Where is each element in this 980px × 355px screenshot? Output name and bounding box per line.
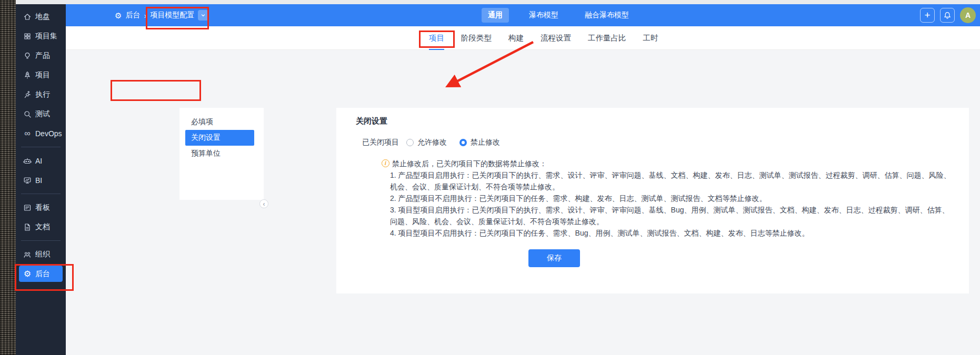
chevron-left-icon: ‹ — [263, 200, 265, 208]
close-settings-panel: 关闭设置 已关闭项目 允许修改 禁止修改 i 禁止修改后，已关闭项目下的数据将禁… — [336, 108, 969, 293]
top-navbar: ⚙ 后台 › 项目模型配置 通用 瀑布模型 融合瀑布模型 + A — [66, 4, 980, 26]
info-icon: i — [382, 159, 389, 167]
people-icon — [23, 250, 32, 259]
radio-forbid-edit[interactable]: 禁止修改 — [459, 138, 500, 147]
home-icon — [23, 13, 32, 21]
sidebar-item-bi[interactable]: BI — [16, 170, 66, 190]
notice-item: 1. 产品型项目启用执行：已关闭项目下的执行、需求、设计、评审、评审问题、基线、… — [382, 169, 955, 192]
content-area: 必填项 关闭设置 预算单位 ‹ 关闭设置 已关闭项目 允许修改 禁止修改 i — [66, 50, 980, 355]
kanban-icon — [23, 204, 32, 212]
sidebar-item-execution[interactable]: 执行 — [16, 85, 66, 104]
run-icon — [23, 90, 32, 99]
app-root: 地盘 项目集 产品 项目 执行 测试 ∞ DevOps AI — [0, 0, 980, 355]
notice-item: 4. 项目型项目不启用执行：已关闭项目下的任务、需求、Bug、用例、测试单、测试… — [382, 227, 955, 239]
submenu-item-close-settings[interactable]: 关闭设置 — [185, 130, 254, 146]
tab-stage-type[interactable]: 阶段类型 — [461, 26, 492, 50]
sidebar-item-label: 后台 — [35, 269, 50, 279]
add-button[interactable]: + — [920, 8, 935, 23]
secondary-tab-bar: 项目 阶段类型 构建 流程设置 工作量占比 工时 — [66, 26, 980, 50]
sidebar-divider — [21, 240, 61, 241]
sidebar-item-admin[interactable]: ⚙ 后台 — [19, 266, 63, 282]
notice-intro: 禁止修改后，已关闭项目下的数据将禁止修改： — [382, 158, 955, 169]
sidebar-item-ai[interactable]: AI — [16, 151, 66, 170]
sidebar-item-organization[interactable]: 组织 — [16, 245, 66, 264]
tab-build[interactable]: 构建 — [508, 26, 524, 50]
collapse-sidebar-button[interactable]: ‹ — [259, 199, 268, 208]
tab-flow-settings[interactable]: 流程设置 — [541, 26, 571, 50]
sidebar-item-label: 项目集 — [35, 32, 57, 41]
topbar-actions: + A — [920, 4, 976, 26]
window-top-strip — [16, 0, 980, 4]
sidebar-item-label: 产品 — [35, 51, 50, 60]
sidebar-divider — [21, 147, 61, 147]
sidebar-item-label: 执行 — [35, 90, 50, 99]
avatar[interactable]: A — [960, 7, 976, 23]
submenu-item-required-fields[interactable]: 必填项 — [179, 114, 264, 130]
closed-project-field: 已关闭项目 允许修改 禁止修改 — [362, 138, 948, 147]
desktop-wallpaper — [0, 0, 16, 355]
sidebar-item-product[interactable]: 产品 — [16, 46, 66, 65]
robot-icon — [23, 157, 32, 165]
secondary-tabs: 项目 阶段类型 构建 流程设置 工作量占比 工时 — [429, 26, 658, 50]
radio-label: 允许修改 — [417, 138, 447, 147]
notice-block: i 禁止修改后，已关闭项目下的数据将禁止修改： 1. 产品型项目启用执行：已关闭… — [382, 158, 955, 239]
notice-item: 3. 项目型项目启用执行：已关闭项目下的执行、需求、设计、评审、评审问题、基线、… — [382, 204, 955, 227]
save-button[interactable]: 保存 — [528, 249, 580, 267]
grid-icon — [23, 32, 32, 40]
bulb-icon — [23, 52, 32, 60]
document-icon — [23, 223, 32, 231]
sidebar-item-label: 看板 — [35, 203, 50, 212]
radio-selected-icon — [459, 139, 467, 146]
sidebar-item-label: 组织 — [35, 250, 50, 259]
tab-hybrid-waterfall[interactable]: 融合瀑布模型 — [578, 8, 635, 23]
chart-board-icon — [23, 176, 32, 185]
breadcrumb-current[interactable]: 项目模型配置 — [150, 11, 194, 20]
sidebar-item-test[interactable]: 测试 — [16, 104, 66, 124]
plus-icon: + — [924, 10, 930, 20]
sidebar-item-kanban[interactable]: 看板 — [16, 198, 66, 217]
sidebar-item-label: AI — [35, 157, 42, 165]
sidebar-item-label: 项目 — [35, 70, 50, 80]
rocket-icon — [23, 71, 32, 79]
sidebar-item-label: 地盘 — [35, 12, 50, 22]
panel-heading: 关闭设置 — [356, 116, 948, 126]
tab-waterfall[interactable]: 瀑布模型 — [523, 8, 565, 23]
sidebar: 地盘 项目集 产品 项目 执行 测试 ∞ DevOps AI — [16, 4, 66, 355]
breadcrumb: ⚙ 后台 › 项目模型配置 — [115, 4, 208, 26]
gear-icon: ⚙ — [23, 270, 32, 278]
sidebar-item-devops[interactable]: ∞ DevOps — [16, 124, 66, 143]
sidebar-item-docs[interactable]: 文档 — [16, 217, 66, 237]
gear-icon: ⚙ — [115, 12, 122, 19]
field-label: 已关闭项目 — [362, 138, 399, 147]
sidebar-item-label: BI — [35, 176, 42, 185]
chevron-down-icon[interactable] — [198, 10, 208, 21]
notice-item: 2. 产品型项目不启用执行：已关闭项目下的任务、需求、构建、发布、日志、测试单、… — [382, 192, 955, 204]
sidebar-item-label: 文档 — [35, 222, 50, 232]
notifications-button[interactable] — [940, 8, 955, 23]
infinity-icon: ∞ — [23, 129, 32, 138]
sidebar-item-project[interactable]: 项目 — [16, 65, 66, 85]
settings-submenu: 必填项 关闭设置 预算单位 — [179, 108, 264, 200]
bell-icon — [943, 11, 952, 19]
model-tabs: 通用 瀑布模型 融合瀑布模型 — [482, 4, 635, 26]
sidebar-item-home[interactable]: 地盘 — [16, 7, 66, 26]
sidebar-item-label: 测试 — [35, 109, 50, 119]
sidebar-item-project-set[interactable]: 项目集 — [16, 26, 66, 46]
sidebar-item-label: DevOps — [35, 129, 62, 138]
radio-allow-edit[interactable]: 允许修改 — [406, 138, 447, 147]
tab-project[interactable]: 项目 — [429, 26, 444, 50]
breadcrumb-separator: › — [144, 11, 146, 20]
sidebar-divider — [21, 194, 61, 194]
tab-general[interactable]: 通用 — [482, 8, 509, 23]
tab-workload-ratio[interactable]: 工作量占比 — [588, 26, 626, 50]
radio-unselected-icon — [406, 139, 414, 146]
tab-work-hours[interactable]: 工时 — [643, 26, 658, 50]
radio-label: 禁止修改 — [471, 138, 500, 147]
submenu-item-budget-unit[interactable]: 预算单位 — [179, 146, 264, 161]
search-icon — [23, 110, 32, 118]
breadcrumb-admin[interactable]: 后台 — [125, 11, 140, 20]
